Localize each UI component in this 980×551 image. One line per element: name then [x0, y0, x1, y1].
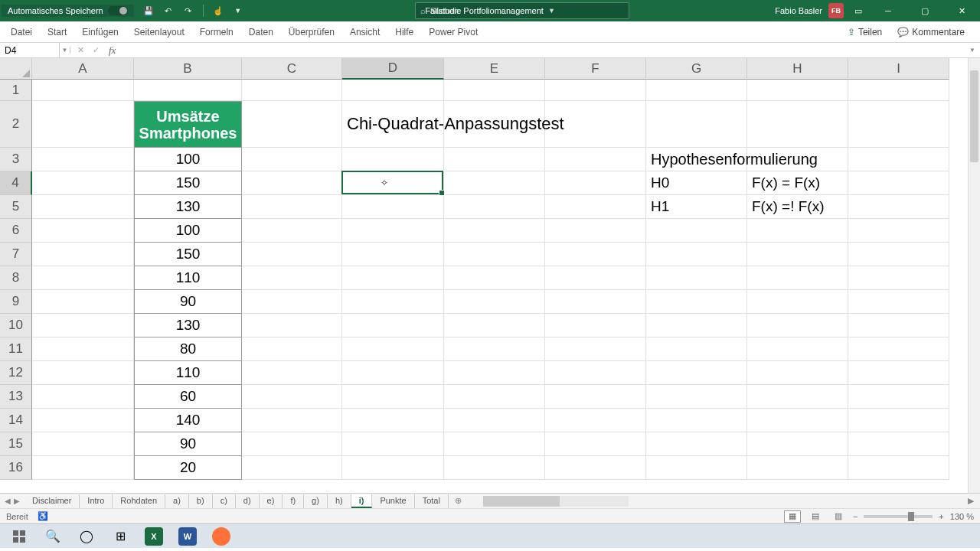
column-header-H[interactable]: H [747, 58, 848, 80]
cell-G2[interactable] [646, 101, 747, 148]
redo-icon[interactable]: ↷ [180, 2, 197, 19]
cell-D2[interactable]: Chi-Quadrat-Anpassungstest [342, 101, 444, 148]
row-header-11[interactable]: 11 [0, 337, 32, 361]
sheet-tab-f[interactable]: f) [283, 494, 304, 508]
sheet-prev-icon[interactable]: ◀ [5, 497, 11, 505]
column-header-G[interactable]: G [646, 58, 747, 80]
firefox-taskbar-icon[interactable] [205, 525, 237, 548]
cell-I14[interactable] [848, 409, 949, 432]
cell-I12[interactable] [848, 361, 949, 385]
cell-F12[interactable] [545, 361, 646, 385]
cell-B13[interactable]: 60 [134, 385, 242, 409]
cell-A9[interactable] [32, 290, 134, 314]
cell-E16[interactable] [444, 456, 545, 480]
cell-A3[interactable] [32, 148, 134, 171]
cell-G7[interactable] [646, 243, 747, 266]
cell-H12[interactable] [747, 361, 848, 385]
sheet-tab-Intro[interactable]: Intro [80, 494, 113, 508]
column-header-B[interactable]: B [134, 58, 242, 80]
cell-B1[interactable] [134, 80, 242, 101]
cell-D5[interactable] [342, 195, 444, 219]
cell-D15[interactable] [342, 432, 444, 456]
row-header-15[interactable]: 15 [0, 432, 32, 456]
cell-F11[interactable] [545, 337, 646, 361]
cell-G13[interactable] [646, 385, 747, 409]
cell-G6[interactable] [646, 219, 747, 243]
cell-C15[interactable] [242, 432, 342, 456]
cell-E6[interactable] [444, 219, 545, 243]
ribbon-tab-überprüfen[interactable]: Überprüfen [281, 21, 342, 42]
formula-input[interactable] [119, 43, 965, 57]
cell-F10[interactable] [545, 314, 646, 337]
cell-A13[interactable] [32, 385, 134, 409]
cell-D16[interactable] [342, 456, 444, 480]
cell-B4[interactable]: 150 [134, 171, 242, 195]
fx-icon[interactable]: fx [106, 44, 119, 57]
ribbon-tab-datei[interactable]: Datei [3, 21, 40, 42]
sheet-tab-b[interactable]: b) [189, 494, 213, 508]
task-view-icon[interactable]: ⊞ [104, 525, 136, 548]
cell-F7[interactable] [545, 243, 646, 266]
row-header-9[interactable]: 9 [0, 290, 32, 314]
cell-A2[interactable] [32, 101, 134, 148]
cell-H9[interactable] [747, 290, 848, 314]
zoom-out-button[interactable]: − [853, 512, 858, 521]
cell-E3[interactable] [444, 148, 545, 171]
cell-H13[interactable] [747, 385, 848, 409]
row-header-1[interactable]: 1 [0, 80, 32, 101]
row-header-3[interactable]: 3 [0, 148, 32, 171]
cell-C8[interactable] [242, 266, 342, 290]
cell-C3[interactable] [242, 148, 342, 171]
cell-A12[interactable] [32, 361, 134, 385]
cell-D7[interactable] [342, 243, 444, 266]
cell-D12[interactable] [342, 361, 444, 385]
cell-I3[interactable] [848, 148, 949, 171]
cell-I8[interactable] [848, 266, 949, 290]
accept-icon[interactable]: ✓ [89, 44, 103, 57]
touch-icon[interactable]: ☝ [210, 2, 227, 19]
cell-A16[interactable] [32, 456, 134, 480]
cell-I5[interactable] [848, 195, 949, 219]
cell-A5[interactable] [32, 195, 134, 219]
cell-F6[interactable] [545, 219, 646, 243]
search-button[interactable]: 🔍 [37, 525, 69, 548]
user-avatar[interactable]: FB [828, 3, 844, 18]
sheet-tab-Rohdaten[interactable]: Rohdaten [113, 494, 165, 508]
cell-H16[interactable] [747, 456, 848, 480]
cell-E13[interactable] [444, 385, 545, 409]
cell-D11[interactable] [342, 337, 444, 361]
page-break-icon[interactable]: ▥ [830, 510, 847, 523]
cell-H2[interactable] [747, 101, 848, 148]
sheet-scroll-right[interactable]: ▶ [968, 496, 980, 506]
row-header-14[interactable]: 14 [0, 409, 32, 432]
cell-I10[interactable] [848, 314, 949, 337]
cell-H7[interactable] [747, 243, 848, 266]
column-header-A[interactable]: A [32, 58, 134, 80]
cell-E12[interactable] [444, 361, 545, 385]
cell-A7[interactable] [32, 243, 134, 266]
cell-G3[interactable]: Hypothesenformulierung [646, 148, 747, 171]
zoom-in-button[interactable]: + [939, 512, 943, 521]
cell-A14[interactable] [32, 409, 134, 432]
cell-I1[interactable] [848, 80, 949, 101]
cell-G4[interactable]: H0 [646, 171, 747, 195]
cell-A4[interactable] [32, 171, 134, 195]
cell-I9[interactable] [848, 290, 949, 314]
cell-E11[interactable] [444, 337, 545, 361]
cancel-icon[interactable]: ✕ [74, 44, 87, 57]
cell-C5[interactable] [242, 195, 342, 219]
cell-D10[interactable] [342, 314, 444, 337]
cell-H14[interactable] [747, 409, 848, 432]
ribbon-tab-daten[interactable]: Daten [241, 21, 281, 42]
cell-C7[interactable] [242, 243, 342, 266]
row-header-5[interactable]: 5 [0, 195, 32, 219]
add-sheet-button[interactable]: ⊕ [449, 496, 468, 506]
cell-B16[interactable]: 20 [134, 456, 242, 480]
cell-D4[interactable] [342, 171, 444, 195]
ribbon-tab-power pivot[interactable]: Power Pivot [421, 21, 485, 42]
cell-G5[interactable]: H1 [646, 195, 747, 219]
namebox-dropdown[interactable]: ▼ [60, 47, 70, 54]
sheet-tab-c[interactable]: c) [213, 494, 236, 508]
sheet-tab-Punkte[interactable]: Punkte [372, 494, 414, 508]
cell-B12[interactable]: 110 [134, 361, 242, 385]
